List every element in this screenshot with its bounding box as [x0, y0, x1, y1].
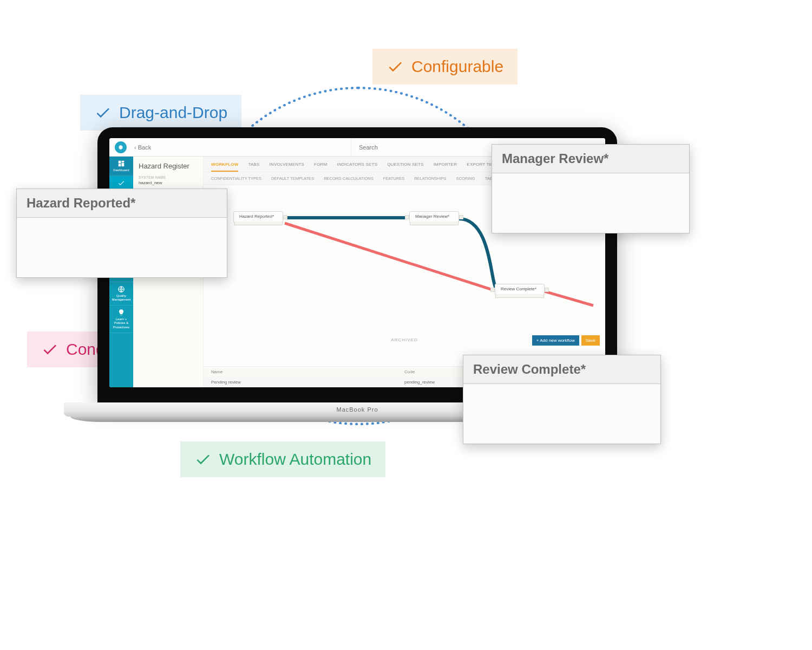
tab-features[interactable]: FEATURES — [383, 176, 404, 181]
tab-indicators[interactable]: INDICATORS SETS — [337, 162, 377, 172]
workflow-node-manager-review[interactable]: Manager Review* — [409, 211, 459, 223]
canvas-actions: + Add new workflow Save — [532, 335, 600, 346]
feature-label: Configurable — [411, 57, 503, 76]
check-icon — [387, 58, 404, 75]
feature-label: Workflow Automation — [219, 450, 371, 469]
tab-scoring[interactable]: SCORING — [456, 176, 475, 181]
feature-drag-and-drop: Drag-and-Drop — [80, 95, 241, 131]
bulb-icon — [117, 309, 125, 316]
tab-question-sets[interactable]: QUESTION SETS — [387, 162, 424, 172]
feature-label: Drag-and-Drop — [119, 103, 227, 122]
workflow-node-label: Hazard Reported* — [239, 214, 274, 219]
sidebar-item-label: Dashboard — [113, 168, 129, 172]
workflow-node-label: Manager Review* — [415, 214, 449, 219]
col-name: Name — [211, 369, 404, 374]
tab-record-calc[interactable]: RECORD CALCULATIONS — [324, 176, 374, 181]
tab-involvements[interactable]: INVOLVEMENTS — [270, 162, 305, 172]
tab-relationships[interactable]: RELATIONSHIPS — [414, 176, 446, 181]
check-icon — [94, 104, 112, 121]
popout-title: Review Complete* — [463, 355, 660, 384]
globe-icon — [117, 285, 125, 293]
tab-form[interactable]: FORM — [314, 162, 327, 172]
field-label: SYSTEM NAME — [139, 176, 198, 179]
check-icon — [117, 179, 125, 187]
app-logo-icon — [115, 141, 127, 153]
check-icon — [41, 341, 58, 358]
popout-review-complete: Review Complete* — [463, 355, 661, 444]
popout-hazard-reported: Hazard Reported* — [16, 188, 227, 278]
workflow-node-review-complete[interactable]: Review Complete* — [495, 284, 545, 295]
field-value: hazard_new — [139, 180, 198, 185]
tab-default-templates[interactable]: DEFAULT TEMPLATES — [271, 176, 314, 181]
sidebar-item-dashboard[interactable]: Dashboard — [109, 157, 133, 176]
back-link[interactable]: ‹ Back — [132, 144, 151, 151]
sidebar-item-quality[interactable]: Quality Management — [109, 282, 133, 306]
grid-icon — [117, 160, 125, 167]
sidebar-item-label: Quality Management — [110, 294, 132, 302]
save-button[interactable]: Save — [581, 335, 600, 346]
add-workflow-button[interactable]: + Add new workflow — [532, 335, 579, 346]
tab-importer[interactable]: IMPORTER — [434, 162, 457, 172]
check-icon — [194, 451, 212, 468]
cell-name: Pending review — [211, 380, 404, 385]
popout-body — [463, 384, 660, 444]
popout-body — [17, 218, 227, 277]
tab-workflow[interactable]: WORKFLOW — [211, 162, 238, 172]
popout-manager-review: Manager Review* — [492, 144, 690, 233]
popout-body — [492, 173, 689, 233]
workflow-node-hazard-reported[interactable]: Hazard Reported* — [233, 211, 283, 223]
sidebar-item-learn[interactable]: Learn + Policies & Procedures — [109, 306, 133, 333]
feature-configurable: Configurable — [372, 49, 518, 84]
popout-title: Manager Review* — [492, 145, 689, 173]
laptop-brand-label: MacBook Pro — [336, 406, 378, 413]
popout-title: Hazard Reported* — [17, 189, 227, 218]
tab-confidentiality[interactable]: CONFIDENTIALITY TYPES — [211, 176, 261, 181]
archived-label: ARCHIVED — [391, 337, 417, 342]
tab-tabs[interactable]: TABS — [248, 162, 259, 172]
sidebar-item-label: Learn + Policies & Procedures — [110, 317, 132, 329]
page-title: Hazard Register — [139, 162, 198, 170]
feature-workflow-automation: Workflow Automation — [180, 441, 385, 477]
workflow-node-label: Review Complete* — [501, 287, 536, 291]
